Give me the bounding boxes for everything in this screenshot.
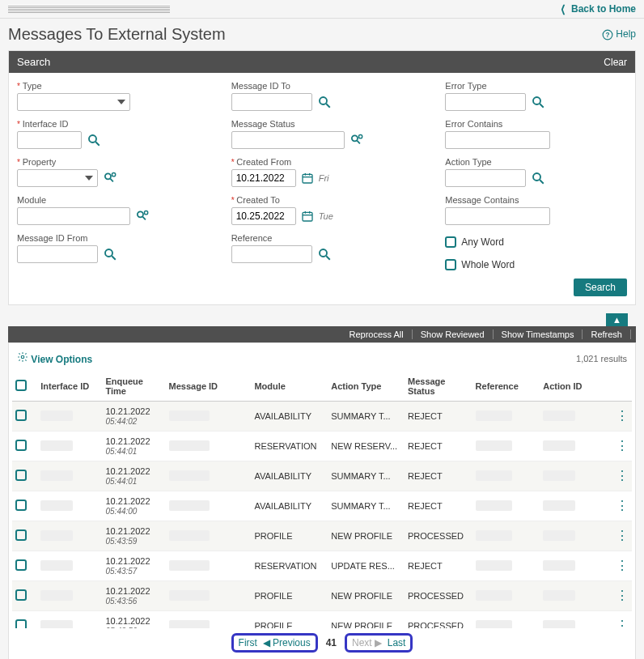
type-label: Type [17, 81, 199, 91]
row-checkbox[interactable] [15, 529, 27, 541]
action-type-lookup[interactable] [531, 171, 545, 185]
table-row[interactable]: 10.21.202205:43:59PROFILENEW PROFILEPROC… [12, 521, 632, 551]
row-checkbox[interactable] [15, 619, 27, 628]
svg-line-11 [112, 256, 116, 260]
col-interface-id[interactable]: Interface ID [37, 372, 102, 402]
property-select[interactable] [17, 169, 98, 187]
interface-id-input[interactable] [17, 131, 82, 149]
action-type-input[interactable] [445, 169, 526, 187]
table-row[interactable]: 10.21.202205:44:00AVAILABILITYSUMMARY T.… [12, 491, 632, 521]
created-to-input[interactable] [231, 207, 296, 225]
svg-point-12 [320, 97, 327, 104]
created-from-calendar[interactable] [301, 172, 314, 185]
property-lookup[interactable] [103, 171, 119, 185]
error-type-lookup[interactable] [531, 95, 545, 109]
col-message-id[interactable]: Message ID [166, 372, 252, 402]
table-row[interactable]: 10.21.202205:43:57RESERVATIONUPDATE RES.… [12, 551, 632, 581]
row-checkbox[interactable] [15, 440, 27, 451]
select-all-checkbox[interactable] [15, 380, 27, 391]
reference-input[interactable] [231, 245, 312, 263]
interface-id-lookup[interactable] [87, 133, 101, 147]
back-to-home-link[interactable]: ❮ Back to Home [559, 3, 636, 15]
show-reviewed-link[interactable]: Show Reviewed [413, 330, 494, 339]
cell-reference [476, 590, 512, 601]
col-enqueue-time[interactable]: Enqueue Time [102, 372, 165, 402]
svg-text:?: ? [605, 32, 609, 39]
row-actions-menu[interactable]: ⋮ [612, 491, 632, 521]
calendar-icon [301, 172, 314, 185]
error-contains-input[interactable] [445, 131, 550, 149]
col-action-id[interactable]: Action ID [540, 372, 612, 402]
reprocess-all-link[interactable]: Reprocess All [341, 330, 412, 339]
row-actions-menu[interactable]: ⋮ [612, 432, 632, 461]
module-input[interactable] [17, 207, 130, 225]
row-actions-menu[interactable]: ⋮ [612, 402, 632, 432]
cell-message-id [169, 410, 210, 421]
cell-message-status: REJECT [405, 432, 472, 461]
multisearch-icon [103, 171, 119, 185]
pager-previous[interactable]: Previous [273, 637, 311, 648]
any-word-checkbox[interactable] [445, 236, 456, 248]
svg-rect-17 [303, 174, 312, 183]
table-row[interactable]: 10.21.202205:44:02AVAILABILITYSUMMARY T.… [12, 402, 632, 432]
row-checkbox[interactable] [15, 470, 27, 481]
clear-link[interactable]: Clear [604, 57, 627, 68]
cell-reference [476, 560, 512, 571]
pager-last[interactable]: Last [388, 637, 406, 648]
col-module[interactable]: Module [251, 372, 328, 402]
help-label: Help [616, 28, 636, 40]
message-status-lookup[interactable] [350, 133, 366, 147]
cell-enqueue-time: 10.21.202205:44:01 [102, 461, 165, 491]
svg-point-25 [320, 249, 327, 257]
type-select[interactable] [17, 93, 130, 111]
svg-point-7 [138, 211, 143, 217]
message-status-input[interactable] [231, 131, 345, 149]
cell-message-id [169, 560, 210, 571]
table-row[interactable]: 10.21.202205:43:56PROFILENEW PROFILEPROC… [12, 581, 632, 611]
row-checkbox[interactable] [15, 500, 27, 511]
col-action-type[interactable]: Action Type [328, 372, 405, 402]
reference-lookup[interactable] [317, 247, 332, 261]
row-checkbox[interactable] [15, 559, 27, 571]
cell-enqueue-time: 10.21.202205:43:57 [102, 551, 165, 581]
message-contains-input[interactable] [445, 207, 550, 225]
pager-first[interactable]: First [239, 637, 257, 648]
message-id-to-input[interactable] [231, 93, 312, 111]
message-id-from-input[interactable] [17, 245, 98, 263]
row-actions-menu[interactable]: ⋮ [612, 461, 632, 491]
pager-current: 41 [326, 637, 337, 648]
triangle-left-icon: ◀ [263, 637, 270, 648]
cell-action-type: NEW PROFILE [328, 521, 405, 551]
col-reference[interactable]: Reference [472, 372, 540, 402]
message-id-from-lookup[interactable] [103, 247, 117, 261]
show-timestamps-link[interactable]: Show Timestamps [494, 330, 583, 339]
table-row[interactable]: 10.21.202205:44:01AVAILABILITYSUMMARY T.… [12, 461, 632, 491]
created-to-calendar[interactable] [301, 210, 314, 223]
view-options-link[interactable]: View Options [17, 351, 92, 365]
message-id-to-lookup[interactable] [317, 95, 332, 109]
row-actions-menu[interactable]: ⋮ [612, 551, 632, 581]
table-scroll[interactable]: 10.21.202205:44:02AVAILABILITYSUMMARY T.… [12, 402, 632, 628]
collapse-toggle[interactable]: ▲ [606, 313, 628, 326]
search-button[interactable]: Search [574, 278, 627, 296]
whole-word-checkbox[interactable] [445, 259, 456, 270]
row-actions-menu[interactable]: ⋮ [612, 611, 632, 629]
cell-interface-id [40, 590, 73, 601]
module-lookup[interactable] [135, 209, 151, 223]
pager-next[interactable]: Next [352, 637, 372, 648]
col-message-status[interactable]: Message Status [405, 372, 472, 402]
created-from-input[interactable] [231, 169, 296, 187]
svg-rect-21 [303, 212, 312, 221]
cell-message-status: REJECT [405, 551, 472, 581]
row-checkbox[interactable] [15, 410, 27, 421]
row-actions-menu[interactable]: ⋮ [612, 521, 632, 551]
help-link[interactable]: ? Help [602, 28, 636, 40]
cell-enqueue-time: 10.21.202205:44:02 [102, 402, 165, 432]
table-row[interactable]: 10.21.202205:43:56PROFILENEW PROFILEPROC… [12, 611, 632, 629]
error-type-input[interactable] [445, 93, 526, 111]
cell-reference [476, 470, 512, 481]
row-actions-menu[interactable]: ⋮ [612, 581, 632, 611]
row-checkbox[interactable] [15, 589, 27, 601]
refresh-link[interactable]: Refresh [583, 330, 631, 339]
table-row[interactable]: 10.21.202205:44:01RESERVATIONNEW RESERV.… [12, 432, 632, 461]
